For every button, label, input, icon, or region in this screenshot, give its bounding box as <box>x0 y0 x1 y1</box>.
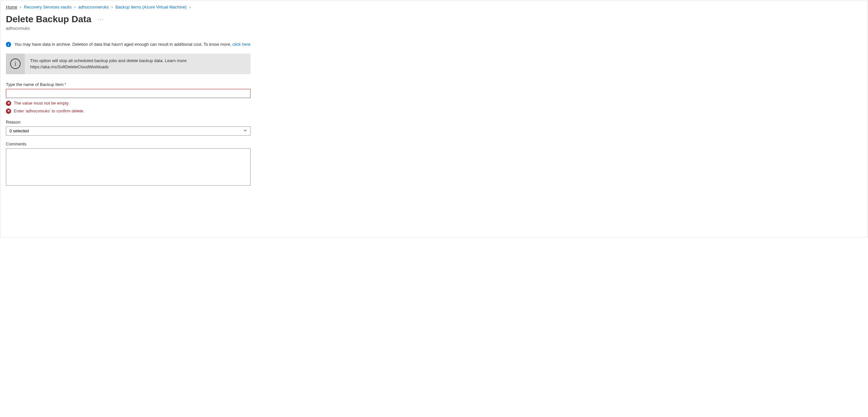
breadcrumb-vaults[interactable]: Recovery Services vaults <box>24 5 72 9</box>
chevron-right-icon: › <box>74 5 75 9</box>
backup-item-name-input[interactable] <box>6 89 250 98</box>
chevron-right-icon: › <box>112 5 113 9</box>
breadcrumb-backup-items[interactable]: Backup Items (Azure Virtual Machine) <box>116 5 187 9</box>
error-icon: ✕ <box>6 101 11 106</box>
page-subtitle: adhocvmuks <box>6 26 862 31</box>
warning-line1: This option will stop all scheduled back… <box>30 58 186 64</box>
reason-field-label: Reason <box>6 120 250 125</box>
comments-field-label: Comments <box>6 141 250 147</box>
comments-textarea[interactable] <box>6 148 250 186</box>
more-actions-button[interactable]: ··· <box>98 17 104 22</box>
info-link[interactable]: click here <box>232 42 250 47</box>
warning-line2: https://aka.ms/SoftDeleteCloudWorkloads <box>30 64 186 70</box>
warning-box: i This option will stop all scheduled ba… <box>6 54 250 74</box>
info-text: You may have data in archive. Deletion o… <box>14 42 232 47</box>
info-icon: i <box>6 42 11 47</box>
name-field-label: Type the name of Backup Item* <box>6 82 250 87</box>
error-icon: ✕ <box>6 108 11 114</box>
breadcrumb-home[interactable]: Home <box>6 5 17 9</box>
chevron-right-icon: › <box>20 5 21 9</box>
page-title: Delete Backup Data <box>6 14 91 25</box>
breadcrumb-runner[interactable]: adhocrunneruks <box>78 5 108 9</box>
chevron-right-icon: › <box>189 5 191 9</box>
error-confirm: ✕ Enter 'adhocvmuks' to confirm delete. <box>6 108 250 114</box>
info-circle-icon: i <box>10 59 21 69</box>
info-banner: i You may have data in archive. Deletion… <box>6 41 250 48</box>
reason-select[interactable]: 0 selected <box>6 126 250 136</box>
breadcrumb: Home › Recovery Services vaults › adhocr… <box>6 5 862 9</box>
error-empty: ✕ The value must not be empty. <box>6 101 250 106</box>
